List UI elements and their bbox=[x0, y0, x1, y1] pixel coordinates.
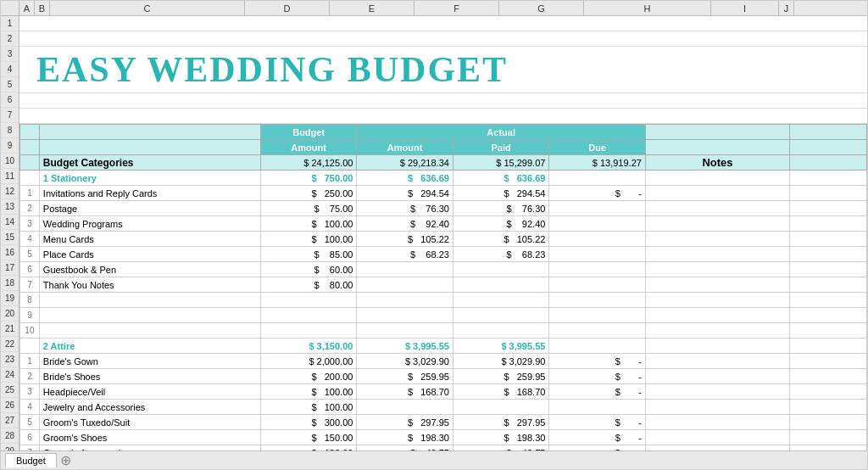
column-headers: A B C D E F G H I J bbox=[1, 1, 867, 16]
header-actual: Actual bbox=[357, 125, 646, 140]
row-num-25: 25 bbox=[1, 383, 19, 398]
row-menu-cards: 4 Menu Cards $ 100.00 $ 105.22 $ 105.22 bbox=[20, 232, 867, 247]
gt-subnum: 5 bbox=[20, 415, 40, 430]
table-area: Budget Actual Amount Amount Paid Due bbox=[19, 124, 867, 450]
sheet-content: EASY WEDDING BUDGET Budget Actual bbox=[19, 16, 867, 450]
col-header-f: F bbox=[415, 1, 499, 15]
hp-extra bbox=[790, 384, 867, 400]
place-extra bbox=[790, 247, 867, 262]
row-grooms-tux: 5 Groom's Tuxedo/Suit $ 300.00 $ 297.95 … bbox=[20, 415, 867, 430]
row-invitations: 1 Invitations and Reply Cards $ 250.00 $… bbox=[20, 186, 867, 201]
ty-paid bbox=[453, 277, 549, 293]
row-num-5: 5 bbox=[1, 77, 19, 92]
row-headpiece: 3 Headpiece/Veil $ 100.00 $ 168.70 $ 168… bbox=[20, 384, 867, 400]
row-num-7: 7 bbox=[1, 108, 19, 123]
e10-n bbox=[645, 323, 789, 339]
header-row-main: Budget Actual bbox=[20, 125, 867, 140]
row-num-15: 15 bbox=[1, 230, 19, 245]
place-label: Place Cards bbox=[39, 247, 260, 262]
attire-rownum bbox=[20, 339, 40, 354]
gt-notes bbox=[645, 415, 789, 430]
post-label: Postage bbox=[39, 201, 260, 216]
bg-actual: $ 3,029.90 bbox=[357, 354, 453, 369]
guest-label: Guestbook & Pen bbox=[39, 262, 260, 277]
e8-b bbox=[260, 293, 357, 308]
guest-paid bbox=[453, 262, 549, 277]
menu-budget: $ 100.00 bbox=[260, 232, 357, 247]
row-num-29: 29 bbox=[1, 444, 19, 450]
gt-extra bbox=[790, 415, 867, 430]
gs-due: $ - bbox=[549, 430, 646, 445]
bs-notes bbox=[645, 369, 789, 384]
main-area: 1 2 3 4 5 6 7 8 9 10 11 12 13 14 15 16 1… bbox=[1, 16, 867, 450]
row-num-3: 3 bbox=[1, 47, 19, 62]
e9-x bbox=[790, 308, 867, 323]
row-postage: 2 Postage $ 75.00 $ 76.30 $ 76.30 bbox=[20, 201, 867, 216]
bg-budget: $ 2,000.00 bbox=[260, 354, 357, 369]
row-num-8: 8 bbox=[1, 123, 19, 138]
row-num-27: 27 bbox=[1, 413, 19, 428]
ty-actual bbox=[357, 277, 453, 293]
inv-paid: $ 294.54 bbox=[453, 186, 549, 201]
menu-due bbox=[549, 232, 646, 247]
subheader-empty3 bbox=[645, 140, 789, 155]
add-sheet-button[interactable]: ⊕ bbox=[60, 452, 71, 468]
hp-notes bbox=[645, 384, 789, 400]
sheet-tab-budget[interactable]: Budget bbox=[5, 453, 57, 467]
e10-d bbox=[549, 323, 646, 339]
post-subnum: 2 bbox=[20, 201, 40, 216]
row-jewelry: 4 Jewelry and Accessories $ 100.00 bbox=[20, 400, 867, 415]
bs-subnum: 2 bbox=[20, 369, 40, 384]
inv-due: $ - bbox=[549, 186, 646, 201]
row-num-20: 20 bbox=[1, 306, 19, 322]
stationery-notes bbox=[645, 171, 789, 186]
menu-actual: $ 105.22 bbox=[357, 232, 453, 247]
row-guestbook: 6 Guestbook & Pen $ 60.00 bbox=[20, 262, 867, 277]
jew-notes bbox=[645, 400, 789, 415]
bs-extra bbox=[790, 369, 867, 384]
gs-notes bbox=[645, 430, 789, 445]
row-num-12: 12 bbox=[1, 184, 19, 199]
total-actual-amount: $ 29,218.34 bbox=[357, 155, 453, 171]
place-notes bbox=[645, 247, 789, 262]
header-empty3 bbox=[645, 125, 789, 140]
e8-a bbox=[357, 293, 453, 308]
subheader-empty1 bbox=[20, 140, 40, 155]
place-actual: $ 68.23 bbox=[357, 247, 453, 262]
e8-num: 8 bbox=[20, 293, 40, 308]
bg-paid: $ 3,029.90 bbox=[453, 354, 549, 369]
post-actual: $ 76.30 bbox=[357, 201, 453, 216]
col-header-b: B bbox=[35, 1, 50, 15]
col-header-j: J bbox=[779, 1, 794, 15]
prog-budget: $ 100.00 bbox=[260, 216, 357, 232]
subheader-paid: Paid bbox=[453, 140, 549, 155]
col-header-c: C bbox=[50, 1, 245, 15]
jew-subnum: 4 bbox=[20, 400, 40, 415]
e10-num: 10 bbox=[20, 323, 40, 339]
row-num-19: 19 bbox=[1, 291, 19, 306]
attire-label: 2 Attire bbox=[39, 339, 260, 354]
e10-cat bbox=[39, 323, 260, 339]
inv-notes bbox=[645, 186, 789, 201]
gs-paid: $ 198.30 bbox=[453, 430, 549, 445]
row-empty-10: 10 bbox=[20, 323, 867, 339]
row-num-17: 17 bbox=[1, 260, 19, 276]
totals-extra bbox=[790, 155, 867, 171]
stationery-actual: $ 636.69 bbox=[357, 171, 453, 186]
subheader-amount-budget: Amount bbox=[260, 140, 357, 155]
gs-actual: $ 198.30 bbox=[357, 430, 453, 445]
header-empty1 bbox=[20, 125, 40, 140]
e9-b bbox=[260, 308, 357, 323]
inv-budget: $ 250.00 bbox=[260, 186, 357, 201]
page-title: EASY WEDDING BUDGET bbox=[19, 45, 525, 94]
row-num-14: 14 bbox=[1, 215, 19, 230]
prog-label: Wedding Programs bbox=[39, 216, 260, 232]
hp-actual: $ 168.70 bbox=[357, 384, 453, 400]
bg-subnum: 1 bbox=[20, 354, 40, 369]
col-header-a: A bbox=[19, 1, 35, 15]
total-budget-amount: $ 24,125.00 bbox=[260, 155, 357, 171]
inv-subnum: 1 bbox=[20, 186, 40, 201]
hp-paid: $ 168.70 bbox=[453, 384, 549, 400]
menu-notes bbox=[645, 232, 789, 247]
e8-n bbox=[645, 293, 789, 308]
